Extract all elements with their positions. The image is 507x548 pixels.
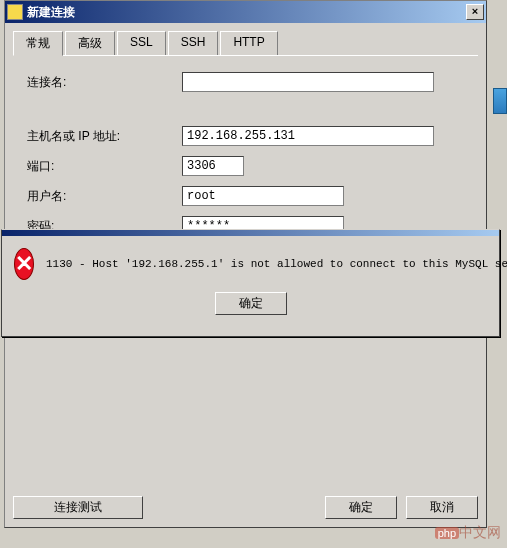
host-label: 主机名或 IP 地址:	[27, 128, 182, 145]
close-icon[interactable]: ×	[466, 4, 484, 20]
conn-name-input[interactable]	[182, 72, 434, 92]
tab-strip: 常规 高级 SSL SSH HTTP	[13, 31, 478, 56]
window-title: 新建连接	[27, 4, 466, 21]
error-ok-button[interactable]: 确定	[215, 292, 287, 315]
tab-advanced[interactable]: 高级	[65, 31, 115, 55]
watermark-text: 中文网	[459, 524, 501, 540]
ok-button[interactable]: 确定	[325, 496, 397, 519]
conn-name-label: 连接名:	[27, 74, 182, 91]
tab-http[interactable]: HTTP	[220, 31, 277, 55]
watermark: php中文网	[435, 524, 501, 542]
port-input[interactable]	[182, 156, 244, 176]
watermark-php: php	[435, 527, 459, 539]
titlebar: 新建连接 ×	[5, 1, 486, 23]
side-decoration	[493, 88, 507, 114]
cancel-button[interactable]: 取消	[406, 496, 478, 519]
tab-general[interactable]: 常规	[13, 31, 63, 56]
bottom-bar: 连接测试 确定 取消	[13, 496, 478, 519]
error-message: 1130 - Host '192.168.255.1' is not allow…	[46, 258, 507, 270]
error-icon: ✕	[14, 248, 34, 280]
tab-ssh[interactable]: SSH	[168, 31, 219, 55]
error-dialog: ✕ 1130 - Host '192.168.255.1' is not all…	[1, 229, 500, 337]
port-label: 端口:	[27, 158, 182, 175]
host-input[interactable]	[182, 126, 434, 146]
user-label: 用户名:	[27, 188, 182, 205]
test-connection-button[interactable]: 连接测试	[13, 496, 143, 519]
app-icon	[7, 4, 23, 20]
tab-ssl[interactable]: SSL	[117, 31, 166, 55]
user-input[interactable]	[182, 186, 344, 206]
